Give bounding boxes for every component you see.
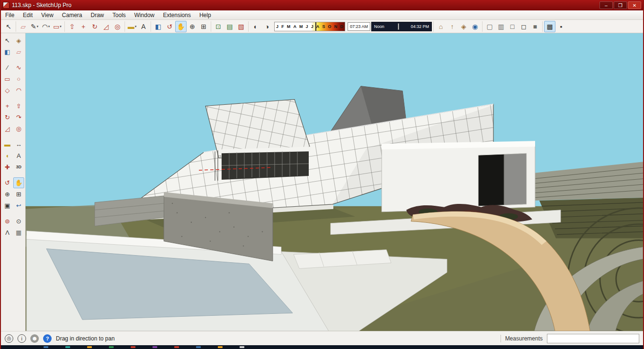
- eraser-tool-button[interactable]: ▱: [18, 21, 29, 32]
- chevron-down-icon[interactable]: ▾: [48, 25, 50, 28]
- zoom-window-tool-button[interactable]: ⊞: [198, 21, 209, 32]
- measurements-input[interactable]: [547, 334, 639, 343]
- offset-tool[interactable]: ◎: [13, 123, 24, 134]
- select-tool-button[interactable]: ↖: [3, 21, 14, 32]
- style-shaded-textures-button[interactable]: ▩: [544, 21, 555, 32]
- pan-tool[interactable]: ✋: [13, 177, 24, 188]
- style-hidden-line-button[interactable]: ◻: [518, 21, 529, 32]
- shadow-month-slider[interactable]: J F M A M J J A S O N D: [274, 22, 345, 31]
- rotate-tool[interactable]: ↻: [2, 112, 13, 123]
- paint-bucket-tool-button[interactable]: ◧: [152, 21, 164, 32]
- axes-tool[interactable]: ✚: [2, 162, 13, 173]
- components-button[interactable]: ◈: [458, 21, 469, 32]
- rotate-tool-button[interactable]: ↻: [89, 21, 100, 32]
- taskbar-app-icon[interactable]: [87, 346, 92, 348]
- line-tool-button[interactable]: ✎▾: [29, 21, 40, 32]
- geolocation-status-icon[interactable]: ◎: [5, 334, 13, 343]
- taskbar-app-icon[interactable]: [44, 346, 48, 348]
- info-icon[interactable]: i: [18, 334, 26, 343]
- text-tool-button[interactable]: A: [138, 21, 149, 32]
- line-tool[interactable]: ∕: [2, 62, 13, 73]
- style-monochrome-button[interactable]: ▪: [555, 21, 567, 32]
- arc-tool[interactable]: ◠: [13, 85, 24, 96]
- viewport-3d[interactable]: [26, 33, 643, 331]
- taskbar-app-icon[interactable]: [240, 346, 244, 348]
- shadows-dialog-button[interactable]: ◐: [250, 21, 261, 32]
- toggle-terrain-button[interactable]: ▤: [224, 21, 235, 32]
- zoom-extents-tool[interactable]: ▣: [2, 200, 13, 211]
- push-pull-tool-button[interactable]: ⇧: [66, 21, 78, 32]
- month-slider-handle[interactable]: [315, 22, 316, 31]
- menu-file[interactable]: File: [1, 11, 18, 19]
- chevron-down-icon[interactable]: ▾: [135, 25, 137, 28]
- scale-tool-button[interactable]: ◿: [100, 21, 112, 32]
- paint-bucket-tool[interactable]: ◧: [2, 46, 13, 57]
- style-xray-button[interactable]: ▢: [484, 21, 495, 32]
- add-location-button[interactable]: ⊡: [213, 21, 224, 32]
- get-models-button[interactable]: ⌂: [435, 21, 447, 32]
- eraser-tool[interactable]: ▱: [13, 46, 24, 57]
- move-tool-button[interactable]: +: [78, 21, 89, 32]
- make-component-tool[interactable]: ◈: [13, 35, 24, 46]
- menu-edit[interactable]: Edit: [18, 11, 37, 19]
- taskbar-app-icon[interactable]: [174, 346, 179, 348]
- style-back-edges-button[interactable]: ▥: [495, 21, 507, 32]
- circle-tool[interactable]: ○: [13, 73, 24, 84]
- orbit-tool-button[interactable]: ↺: [164, 21, 175, 32]
- push-pull-tool[interactable]: ⇧: [13, 101, 24, 111]
- dimension-tool[interactable]: ↔: [13, 139, 24, 150]
- walk-tool[interactable]: Λ: [2, 227, 13, 238]
- pan-tool-button[interactable]: ✋: [175, 21, 187, 32]
- help-icon[interactable]: ?: [43, 334, 52, 343]
- section-plane-tool[interactable]: ▦: [13, 227, 24, 238]
- move-tool[interactable]: +: [2, 101, 13, 111]
- taskbar-app-icon[interactable]: [218, 346, 223, 348]
- rectangle-tool[interactable]: ▭: [2, 73, 13, 84]
- shadow-time-slider[interactable]: Noon 04:32 PM: [371, 22, 432, 31]
- close-button[interactable]: ✕: [628, 1, 641, 9]
- taskbar-app-icon[interactable]: [196, 346, 201, 348]
- text-tool[interactable]: A: [13, 150, 24, 161]
- menu-view[interactable]: View: [37, 11, 58, 19]
- time-slider-handle[interactable]: [398, 23, 399, 30]
- arcs-tool-button[interactable]: ◠▾: [40, 21, 52, 32]
- menu-window[interactable]: Window: [130, 11, 159, 19]
- protractor-tool[interactable]: ◖: [2, 150, 13, 161]
- title-bar[interactable]: 113.skp - SketchUp Pro – ❐ ✕: [1, 0, 643, 10]
- menu-tools[interactable]: Tools: [108, 11, 130, 19]
- style-shaded-button[interactable]: ■: [529, 21, 541, 32]
- maximize-button[interactable]: ❐: [614, 1, 627, 9]
- taskbar-app-icon[interactable]: [65, 346, 70, 348]
- sunrise-time-field[interactable]: 07:23 AM: [348, 22, 370, 31]
- tape-measure-tool[interactable]: ▬: [2, 139, 13, 150]
- windows-taskbar[interactable]: [1, 345, 643, 349]
- chevron-down-icon[interactable]: ▾: [60, 25, 62, 28]
- shapes-tool-button[interactable]: ▭▾: [52, 21, 63, 32]
- tape-measure-tool-button[interactable]: ▬▾: [126, 21, 138, 32]
- scale-tool[interactable]: ◿: [2, 123, 13, 134]
- taskbar-app-icon[interactable]: [131, 346, 135, 348]
- polygon-tool[interactable]: ◇: [2, 85, 13, 96]
- menu-extensions[interactable]: Extensions: [159, 11, 195, 19]
- position-camera-tool[interactable]: ⊚: [2, 216, 13, 227]
- freehand-tool[interactable]: ∿: [13, 62, 24, 73]
- offset-tool-button[interactable]: ◎: [112, 21, 123, 32]
- menu-help[interactable]: Help: [195, 11, 215, 19]
- geolocation-button[interactable]: ◉: [469, 21, 481, 32]
- photo-textures-button[interactable]: ▧: [235, 21, 247, 32]
- zoom-window-tool[interactable]: ⊞: [13, 189, 24, 200]
- menu-draw[interactable]: Draw: [87, 11, 108, 19]
- previous-view-tool[interactable]: ↩: [13, 200, 24, 211]
- select-tool[interactable]: ↖: [2, 35, 13, 46]
- 3d-text-tool[interactable]: 3D: [13, 162, 24, 173]
- taskbar-app-icon[interactable]: [109, 346, 114, 348]
- user-account-icon[interactable]: ☻: [30, 334, 39, 343]
- zoom-tool-button[interactable]: ⊕: [187, 21, 198, 32]
- taskbar-app-icon[interactable]: [152, 346, 157, 348]
- look-around-tool[interactable]: ⊙: [13, 216, 24, 227]
- menu-camera[interactable]: Camera: [58, 11, 87, 19]
- orbit-tool[interactable]: ↺: [2, 177, 13, 188]
- follow-me-tool[interactable]: ↷: [13, 112, 24, 123]
- minimize-button[interactable]: –: [599, 1, 613, 9]
- style-wireframe-button[interactable]: □: [507, 21, 518, 32]
